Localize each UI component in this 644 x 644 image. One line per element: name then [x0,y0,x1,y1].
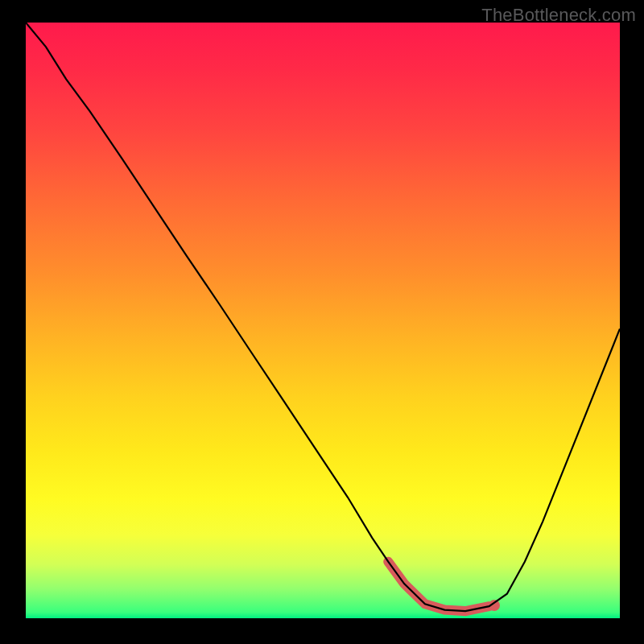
plot-area [26,23,620,618]
chart-frame [26,23,620,618]
bottleneck-curve [26,23,620,618]
watermark-text: TheBottleneck.com [481,5,636,26]
